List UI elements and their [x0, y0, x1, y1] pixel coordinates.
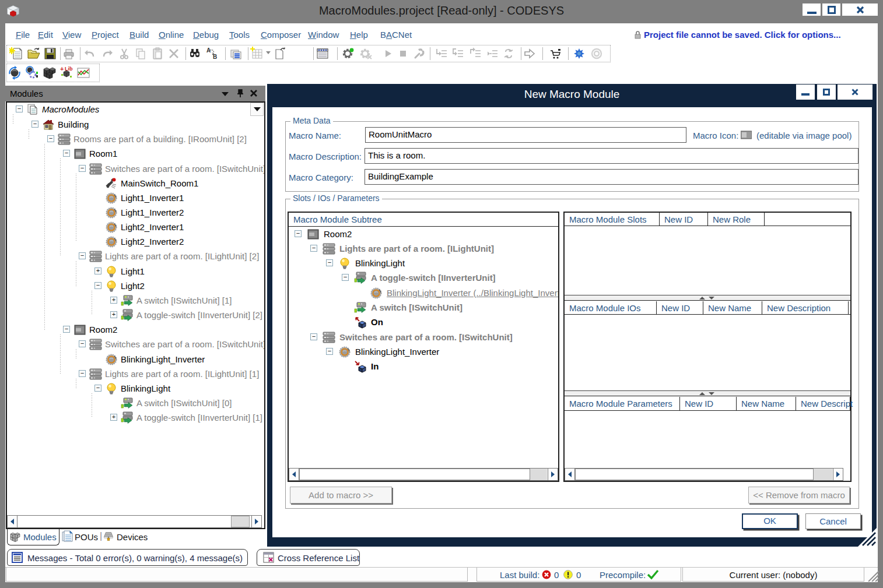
svg-text:A: A	[206, 47, 211, 54]
svg-text:+: +	[60, 66, 64, 72]
